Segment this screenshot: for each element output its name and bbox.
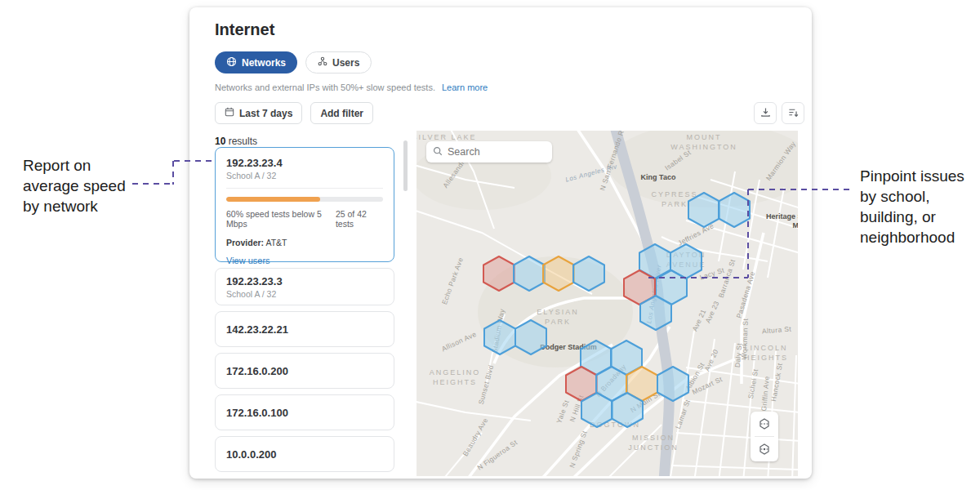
results-number: 10 <box>215 136 225 147</box>
sort-button[interactable] <box>782 102 804 124</box>
learn-more-link[interactable]: Learn more <box>442 82 488 92</box>
hexagon-red[interactable] <box>483 256 514 291</box>
card-ip: 142.23.22.21 <box>226 323 288 336</box>
results-count: 10 results <box>215 136 257 147</box>
card-divider <box>226 188 383 189</box>
stat-slow-tests: 60% speed tests below 5 Mbps <box>226 209 336 229</box>
annotation-connector-left <box>132 183 173 185</box>
provider-line: Provider: AT&T <box>226 238 383 247</box>
ip-card[interactable]: 172.16.0.100 <box>215 394 394 430</box>
annotation-connector-right <box>648 277 748 278</box>
annotation-connector-right <box>748 189 852 190</box>
toolbar-icons <box>754 102 804 124</box>
stat-test-count: 25 of 42 tests <box>336 209 383 229</box>
add-filter-button[interactable]: Add filter <box>310 102 373 124</box>
tab-networks[interactable]: Networks <box>215 51 297 74</box>
hexagon-blue[interactable] <box>484 320 515 354</box>
sort-icon <box>788 106 799 121</box>
card-ip: 172.16.0.100 <box>226 407 288 419</box>
search-icon <box>433 145 443 159</box>
view-users-link[interactable]: View users <box>226 256 383 265</box>
card-subnet: School A / 32 <box>226 171 383 180</box>
hexagon-layer <box>416 131 798 476</box>
card-stats: 60% speed tests below 5 Mbps 25 of 42 te… <box>226 209 383 229</box>
hexagon-blue[interactable] <box>612 393 643 427</box>
card-ip: 172.16.0.200 <box>226 365 288 377</box>
search-input[interactable] <box>448 146 537 158</box>
card-ip: 192.23.23.4 <box>226 157 383 169</box>
subtitle-text: Networks and external IPs with 50%+ slow… <box>215 82 435 92</box>
results-label: results <box>229 136 257 147</box>
tab-bar: Networks Users <box>215 51 372 74</box>
tab-users[interactable]: Users <box>305 51 372 74</box>
annotation-connector-left <box>174 160 212 162</box>
date-filter-button[interactable]: Last 7 days <box>215 102 302 124</box>
annotation-connector-left <box>172 161 174 185</box>
ip-card-list: 192.23.23.4 School A / 32 60% speed test… <box>215 147 394 477</box>
hexagon-blue[interactable] <box>581 393 612 427</box>
hexagon-blue[interactable] <box>657 367 688 401</box>
ip-card[interactable]: 10.0.0.200 <box>215 436 394 472</box>
subtitle: Networks and external IPs with 50%+ slow… <box>215 82 488 92</box>
progress-fill <box>226 197 320 202</box>
add-filter-label: Add filter <box>320 108 363 119</box>
ip-card[interactable]: 142.23.22.21 <box>215 311 394 347</box>
card-ip: 192.23.23.3 <box>226 275 383 287</box>
map[interactable]: SILVER LAKEMOUNT WASHINGTONCYPRESS PARKD… <box>416 131 798 476</box>
ip-card[interactable]: 192.23.23.3 School A / 32 <box>215 268 394 305</box>
users-icon <box>318 56 327 69</box>
hexagon-blue[interactable] <box>515 320 546 354</box>
annotation-left: Report on average speed by network <box>23 155 131 216</box>
hexagon-blue[interactable] <box>719 193 750 227</box>
annotation-connector-right <box>747 189 749 278</box>
card-subnet: School A / 32 <box>226 289 383 299</box>
ip-card[interactable]: 172.16.0.200 <box>215 353 394 389</box>
hexagon-blue[interactable] <box>573 256 604 291</box>
app-panel: Internet Networks Users Networks and ext… <box>189 7 812 479</box>
page-title: Internet <box>215 20 274 39</box>
hex-layer-toggle-bottom[interactable] <box>751 437 778 461</box>
annotation-right: Pinpoint issues by school, building, or … <box>860 166 973 247</box>
hexagon-blue[interactable] <box>640 296 671 330</box>
map-controls <box>751 412 778 461</box>
hexagon-blue[interactable] <box>688 193 719 227</box>
hexagon-orange[interactable] <box>543 256 574 291</box>
page: Report on average speed by network Pinpo… <box>0 0 980 490</box>
map-search[interactable] <box>426 141 552 163</box>
hex-layer-toggle-top[interactable] <box>751 412 778 436</box>
globe-icon <box>226 56 237 69</box>
toolbar: Last 7 days Add filter <box>215 102 373 124</box>
date-filter-label: Last 7 days <box>239 108 292 119</box>
calendar-icon <box>225 107 234 119</box>
download-button[interactable] <box>754 102 777 124</box>
card-ip: 10.0.0.200 <box>226 448 276 461</box>
provider-value: AT&T <box>265 238 287 247</box>
tab-networks-label: Networks <box>242 57 286 69</box>
tab-users-label: Users <box>332 57 359 69</box>
list-scrollbar[interactable] <box>403 140 408 191</box>
hexagon-blue[interactable] <box>514 256 545 291</box>
ip-card-selected[interactable]: 192.23.23.4 School A / 32 60% speed test… <box>215 147 394 262</box>
download-icon <box>760 106 771 121</box>
speed-progress-bar <box>226 197 383 202</box>
provider-label: Provider: <box>226 238 264 247</box>
